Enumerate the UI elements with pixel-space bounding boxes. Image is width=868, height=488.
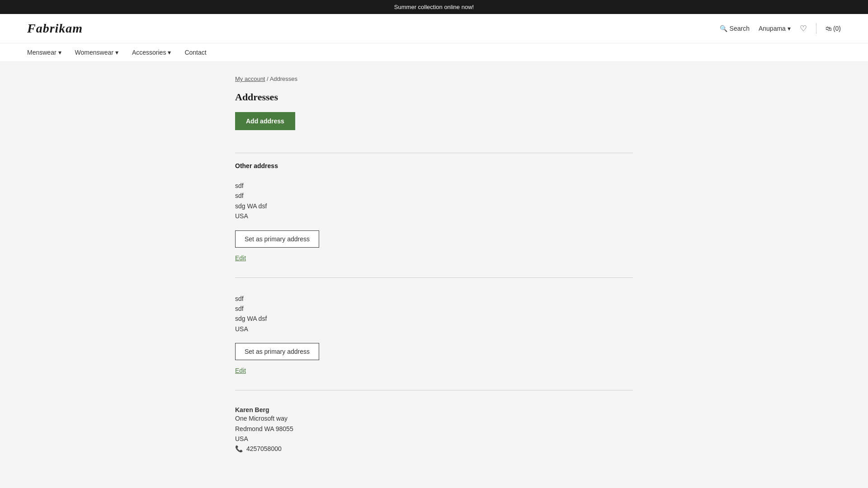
add-address-button[interactable]: Add address bbox=[235, 112, 295, 130]
header-right: 🔍 Search Anupama ▾ ♡ 🛍 (0) bbox=[720, 23, 841, 34]
edit-address-link-2[interactable]: Edit bbox=[235, 367, 246, 374]
logo: Fabrikam bbox=[27, 21, 83, 36]
nav-accessories[interactable]: Accessories ▾ bbox=[132, 49, 171, 56]
address-line: sdf bbox=[235, 304, 633, 314]
address-line: sdf bbox=[235, 294, 633, 304]
user-menu-button[interactable]: Anupama ▾ bbox=[759, 25, 791, 32]
address-line: sdg WA dsf bbox=[235, 314, 633, 324]
section-divider-2 bbox=[235, 390, 633, 390]
address-block-3: Karen Berg One Microsoft way Redmond WA … bbox=[235, 406, 633, 454]
main-content: My account / Addresses Addresses Add add… bbox=[208, 62, 660, 479]
search-button[interactable]: 🔍 Search bbox=[720, 25, 750, 32]
address-line: sdg WA dsf bbox=[235, 201, 633, 211]
address-section-label: Other address bbox=[235, 162, 633, 169]
address-line: One Microsoft way bbox=[235, 413, 633, 423]
address-line: USA bbox=[235, 434, 633, 444]
section-divider-1 bbox=[235, 277, 633, 278]
edit-address-link-1[interactable]: Edit bbox=[235, 254, 246, 262]
announcement-text: Summer collection online now! bbox=[394, 4, 474, 10]
breadcrumb-my-account[interactable]: My account bbox=[235, 75, 265, 82]
phone-icon: 📞 bbox=[235, 444, 243, 454]
breadcrumb: My account / Addresses bbox=[235, 75, 633, 82]
heart-icon: ♡ bbox=[800, 24, 807, 33]
header-divider bbox=[816, 23, 816, 34]
page-title: Addresses bbox=[235, 91, 633, 103]
chevron-down-icon: ▾ bbox=[115, 49, 118, 56]
nav-womenswear[interactable]: Womenswear ▾ bbox=[75, 49, 118, 56]
chevron-down-icon: ▾ bbox=[788, 25, 791, 32]
announcement-bar: Summer collection online now! bbox=[0, 0, 868, 14]
main-nav: Menswear ▾ Womenswear ▾ Accessories ▾ Co… bbox=[0, 43, 868, 62]
nav-menswear[interactable]: Menswear ▾ bbox=[27, 49, 61, 56]
chevron-down-icon: ▾ bbox=[58, 49, 61, 56]
address-line: sdf bbox=[235, 181, 633, 191]
address-line: Redmond WA 98055 bbox=[235, 424, 633, 434]
address-name: Karen Berg bbox=[235, 406, 633, 413]
address-entry-3: Karen Berg One Microsoft way Redmond WA … bbox=[235, 399, 633, 465]
section-divider-top bbox=[235, 153, 633, 153]
address-entry-2: sdf sdf sdg WA dsf USA Set as primary ad… bbox=[235, 287, 633, 381]
bag-icon: 🛍 bbox=[826, 25, 832, 32]
breadcrumb-current: Addresses bbox=[270, 75, 297, 82]
address-line: sdf bbox=[235, 191, 633, 201]
nav-contact[interactable]: Contact bbox=[184, 49, 206, 56]
search-icon: 🔍 bbox=[720, 25, 727, 32]
address-phone: 📞 4257058000 bbox=[235, 444, 633, 454]
cart-button[interactable]: 🛍 (0) bbox=[826, 25, 841, 32]
chevron-down-icon: ▾ bbox=[168, 49, 171, 56]
address-block-1: sdf sdf sdg WA dsf USA bbox=[235, 181, 633, 221]
header: Fabrikam 🔍 Search Anupama ▾ ♡ 🛍 (0) bbox=[0, 14, 868, 43]
address-line: USA bbox=[235, 211, 633, 221]
set-primary-address-button-2[interactable]: Set as primary address bbox=[235, 343, 319, 360]
address-line: USA bbox=[235, 324, 633, 334]
address-block-2: sdf sdf sdg WA dsf USA bbox=[235, 294, 633, 334]
address-entry-1: sdf sdf sdg WA dsf USA Set as primary ad… bbox=[235, 174, 633, 268]
set-primary-address-button-1[interactable]: Set as primary address bbox=[235, 230, 319, 248]
wishlist-button[interactable]: ♡ bbox=[800, 23, 807, 33]
